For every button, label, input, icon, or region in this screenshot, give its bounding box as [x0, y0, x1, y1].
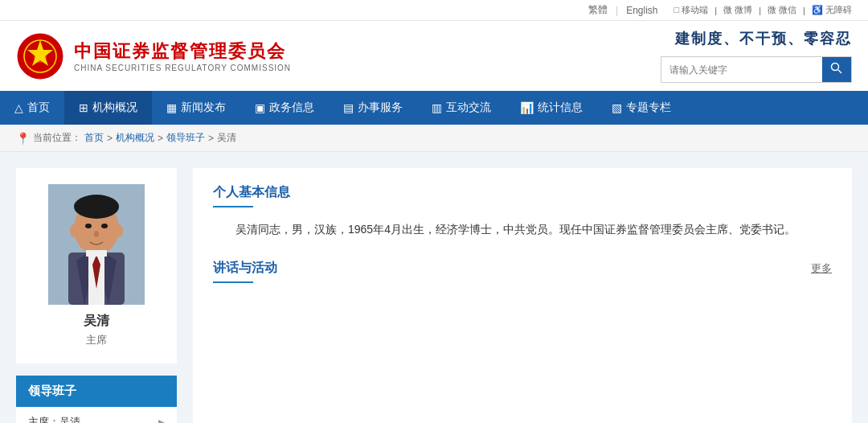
breadcrumb-home[interactable]: 首页 — [84, 131, 104, 145]
person-name: 吴清 — [32, 313, 161, 330]
stats-icon: 📊 — [520, 101, 534, 114]
logo-cn: 中国证券监督管理委员会 — [74, 39, 291, 64]
lang-trad-link[interactable]: 繁體 — [588, 3, 608, 17]
nav-item-gov[interactable]: ▣ 政务信息 — [240, 91, 329, 125]
news-icon: ▦ — [166, 101, 177, 114]
section2-title: 讲话与活动 — [213, 260, 277, 277]
lang-english-link[interactable]: English — [626, 5, 657, 16]
breadcrumb-label: 当前位置： — [33, 131, 81, 145]
breadcrumb: 📍 当前位置： 首页 > 机构概况 > 领导班子 > 吴清 — [0, 125, 868, 152]
weixin-icon[interactable]: 微 微信 — [768, 4, 796, 16]
nav-item-special[interactable]: ▧ 专题专栏 — [597, 91, 686, 125]
top-bar-icons: □ 移动端 | 微 微博 | 微 微信 | ♿ 无障碍 — [674, 4, 852, 16]
breadcrumb-current: 吴清 — [217, 131, 236, 145]
logo-emblem: 证 — [16, 32, 64, 80]
svg-point-14 — [74, 195, 119, 219]
person-card: 吴清 主席 — [16, 168, 177, 363]
logo-text: 中国证券监督管理委员会 CHINA SECURITIES REGULATORY … — [74, 39, 291, 72]
gov-icon: ▣ — [255, 101, 265, 114]
chevron-right-icon: ▶ — [158, 417, 165, 424]
svg-point-17 — [94, 231, 99, 237]
header-right: 建制度、不干预、零容忍 — [661, 29, 852, 83]
nav-label-interact: 互动交流 — [446, 101, 491, 115]
search-bar — [661, 56, 852, 83]
nav-item-news[interactable]: ▦ 新闻发布 — [152, 91, 240, 125]
main-content: 吴清 主席 领导班子 主席：吴清 ▶ 个人基本信息 吴清同志，男，汉族，1965… — [0, 152, 868, 423]
left-panel: 吴清 主席 领导班子 主席：吴清 ▶ — [16, 168, 177, 423]
breadcrumb-about[interactable]: 机构概况 — [116, 131, 154, 145]
nav-label-home: 首页 — [27, 101, 50, 115]
nav-label-special: 专题专栏 — [626, 101, 671, 115]
slogan: 建制度、不干预、零容忍 — [675, 29, 852, 48]
svg-point-5 — [832, 64, 839, 71]
weibo-icon[interactable]: 微 微博 — [723, 4, 752, 16]
top-bar: 繁體 | English □ 移动端 | 微 微博 | 微 微信 | ♿ 无障碍 — [0, 0, 868, 21]
nav-item-stats[interactable]: 📊 统计信息 — [506, 91, 597, 125]
interact-icon: ▥ — [432, 101, 442, 114]
search-button[interactable] — [822, 57, 851, 82]
svg-text:证: 证 — [37, 54, 44, 61]
divider4: | — [803, 6, 805, 15]
nav-item-home[interactable]: △ 首页 — [0, 91, 64, 125]
person-title: 主席 — [32, 333, 161, 347]
sidebar-item-chairman[interactable]: 主席：吴清 ▶ — [16, 407, 177, 423]
bio-text: 吴清同志，男，汉族，1965年4月出生，经济学博士，中共党员。现任中国证券监督管… — [213, 220, 832, 240]
divider3: | — [759, 6, 761, 15]
breadcrumb-leaders[interactable]: 领导班子 — [166, 131, 205, 145]
nav-label-stats: 统计信息 — [538, 101, 583, 115]
svg-point-19 — [115, 224, 123, 237]
header: 证 中国证券监督管理委员会 CHINA SECURITIES REGULATOR… — [0, 21, 868, 91]
section2-header: 讲话与活动 更多 — [213, 260, 832, 283]
service-icon: ▤ — [343, 101, 354, 114]
divider2: | — [714, 6, 717, 15]
logo-area: 证 中国证券监督管理委员会 CHINA SECURITIES REGULATOR… — [16, 32, 291, 80]
svg-point-16 — [101, 224, 108, 228]
divider1: | — [616, 5, 618, 16]
location-icon: 📍 — [16, 132, 30, 145]
nav-label-service: 办事服务 — [358, 101, 403, 115]
search-input[interactable] — [661, 60, 822, 80]
logo-en: CHINA SECURITIES REGULATORY COMMISSION — [74, 64, 291, 72]
sidebar-item-label: 主席：吴清 — [28, 415, 80, 423]
about-icon: ⊞ — [79, 101, 88, 114]
mobile-icon[interactable]: □ 移动端 — [674, 4, 709, 16]
nav-item-interact[interactable]: ▥ 互动交流 — [417, 91, 506, 125]
home-icon: △ — [14, 101, 23, 114]
person-photo — [48, 184, 145, 305]
nav-item-about[interactable]: ⊞ 机构概况 — [64, 91, 152, 125]
nav-label-gov: 政务信息 — [269, 101, 314, 115]
right-panel: 个人基本信息 吴清同志，男，汉族，1965年4月出生，经济学博士，中共党员。现任… — [193, 168, 852, 423]
section1-title: 个人基本信息 — [213, 184, 832, 207]
nav-label-about: 机构概况 — [92, 101, 137, 115]
more-link[interactable]: 更多 — [811, 261, 832, 276]
special-icon: ▧ — [612, 101, 622, 114]
svg-line-6 — [838, 70, 841, 73]
accessible-icon[interactable]: ♿ 无障碍 — [812, 4, 852, 16]
svg-point-18 — [70, 224, 78, 237]
nav-item-service[interactable]: ▤ 办事服务 — [329, 91, 417, 125]
main-nav: △ 首页 ⊞ 机构概况 ▦ 新闻发布 ▣ 政务信息 ▤ 办事服务 ▥ 互动交流 … — [0, 91, 868, 125]
sidebar-section-title: 领导班子 — [16, 376, 177, 407]
svg-rect-20 — [86, 250, 107, 257]
nav-label-news: 新闻发布 — [181, 101, 226, 115]
svg-point-15 — [85, 224, 92, 228]
